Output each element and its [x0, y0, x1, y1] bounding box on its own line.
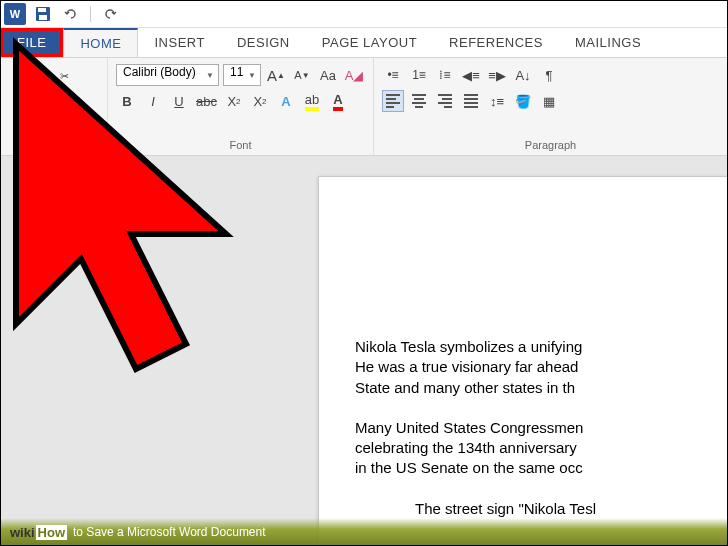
separator [90, 6, 91, 22]
wikihow-watermark: wikiHow to Save a Microsoft Word Documen… [0, 518, 728, 546]
tab-references[interactable]: REFERENCES [433, 28, 559, 57]
tab-mailings[interactable]: MAILINGS [559, 28, 657, 57]
group-label-paragraph: Paragraph [382, 137, 719, 153]
group-clipboard: Paste ▼ ✂ ⎘ Fo Clipboard [0, 58, 108, 155]
font-size-value: 11 [230, 65, 243, 79]
show-marks-icon[interactable]: ¶ [538, 64, 560, 86]
tab-insert[interactable]: INSERT [138, 28, 220, 57]
tab-file[interactable]: FILE [0, 28, 63, 57]
increase-indent-icon[interactable]: ≡▶ [486, 64, 508, 86]
sort-icon[interactable]: A↓ [512, 64, 534, 86]
shading-icon[interactable]: 🪣 [512, 90, 534, 112]
save-icon[interactable] [32, 3, 54, 25]
strikethrough-icon[interactable]: abc [194, 90, 219, 112]
paragraph-1: Nikola Tesla symbolizes a unifying He wa… [355, 337, 727, 398]
document-page[interactable]: Nikola Tesla symbolizes a unifying He wa… [318, 176, 728, 546]
multilevel-list-icon[interactable]: ⁞≡ [434, 64, 456, 86]
text-effects-icon[interactable]: A [275, 90, 297, 112]
word-app-icon: W [4, 3, 26, 25]
change-case-icon[interactable]: Aa [317, 64, 339, 86]
wikihow-logo: wikiHow [10, 525, 67, 540]
highlight-icon[interactable]: ab [301, 90, 323, 112]
ribbon: Paste ▼ ✂ ⎘ Fo Clipboard Calibri (Bo [0, 58, 728, 156]
format-painter-label: Fo [80, 110, 93, 130]
svg-rect-4 [61, 119, 64, 126]
line-spacing-icon[interactable]: ↕≡ [486, 90, 508, 112]
bullets-icon[interactable]: •≡ [382, 64, 404, 86]
align-right-icon[interactable] [434, 90, 456, 112]
chevron-down-icon: ▼ [206, 71, 214, 80]
underline-icon[interactable]: U [168, 90, 190, 112]
copy-icon[interactable]: ⎘ [54, 88, 74, 108]
cut-icon[interactable]: ✂ [54, 66, 74, 86]
article-title: to Save a Microsoft Word Document [73, 525, 266, 539]
font-name-select[interactable]: Calibri (Body) ▼ [116, 64, 219, 86]
align-left-icon[interactable] [382, 90, 404, 112]
svg-rect-1 [38, 8, 46, 12]
font-color-icon[interactable]: A [327, 90, 349, 112]
tab-page-layout[interactable]: PAGE LAYOUT [306, 28, 433, 57]
group-label-font: Font [116, 137, 365, 153]
chevron-down-icon: ▼ [25, 116, 33, 125]
group-font: Calibri (Body) ▼ 11 ▼ A▲ A▼ Aa A◢ B I U … [108, 58, 374, 155]
svg-rect-3 [59, 114, 66, 119]
paste-button[interactable]: Paste ▼ [8, 62, 50, 137]
quick-access-toolbar: W [0, 0, 728, 28]
superscript-icon[interactable]: X2 [249, 90, 271, 112]
paste-icon [15, 66, 43, 100]
paragraph-3: The street sign "Nikola Tesl [355, 499, 727, 519]
tab-design[interactable]: DESIGN [221, 28, 306, 57]
group-paragraph: •≡ 1≡ ⁞≡ ◀≡ ≡▶ A↓ ¶ [374, 58, 728, 155]
clear-formatting-icon[interactable]: A◢ [343, 64, 365, 86]
tab-home[interactable]: HOME [63, 28, 138, 57]
borders-icon[interactable]: ▦ [538, 90, 560, 112]
font-size-select[interactable]: 11 ▼ [223, 64, 261, 86]
paste-label: Paste [15, 102, 43, 114]
bold-icon[interactable]: B [116, 90, 138, 112]
font-name-value: Calibri (Body) [123, 65, 196, 79]
subscript-icon[interactable]: X2 [223, 90, 245, 112]
shrink-font-icon[interactable]: A▼ [291, 64, 313, 86]
align-center-icon[interactable] [408, 90, 430, 112]
format-painter-icon[interactable] [54, 110, 74, 130]
group-label-clipboard: Clipboard [8, 137, 99, 153]
chevron-down-icon: ▼ [248, 71, 256, 80]
ribbon-tabs: FILE HOME INSERT DESIGN PAGE LAYOUT REFE… [0, 28, 728, 58]
numbering-icon[interactable]: 1≡ [408, 64, 430, 86]
svg-rect-2 [39, 15, 47, 20]
grow-font-icon[interactable]: A▲ [265, 64, 287, 86]
paragraph-2: Many United States Congressmen celebrati… [355, 418, 727, 479]
italic-icon[interactable]: I [142, 90, 164, 112]
document-area: Nikola Tesla symbolizes a unifying He wa… [0, 156, 728, 546]
justify-icon[interactable] [460, 90, 482, 112]
undo-icon[interactable] [60, 3, 82, 25]
decrease-indent-icon[interactable]: ◀≡ [460, 64, 482, 86]
redo-icon[interactable] [99, 3, 121, 25]
